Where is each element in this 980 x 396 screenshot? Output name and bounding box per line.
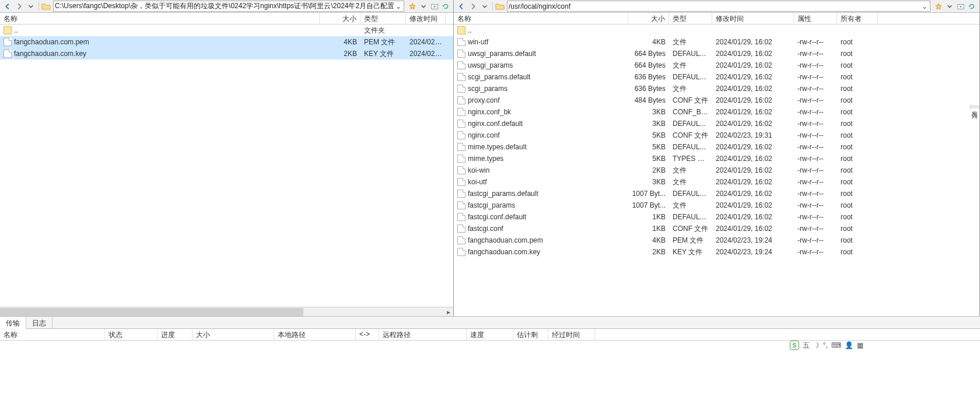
col-owner[interactable]: 所有者 [837, 13, 878, 24]
list-item[interactable]: mime.types.default5KBDEFAULT ...2024/01/… [454, 141, 979, 153]
cell-mtime: 2024/01/29, 16:02 [712, 38, 794, 46]
local-path-combo[interactable]: ⌄ [53, 1, 404, 12]
list-item[interactable]: scgi_params636 Bytes文件2024/01/29, 16:02-… [454, 83, 979, 94]
tab-transfer[interactable]: 传输 [0, 317, 26, 329]
local-listing[interactable]: ..文件夹fangchaoduan.com.pem4KBPEM 文件2024/0… [0, 24, 453, 307]
cell-owner: root [837, 143, 878, 151]
cell-mtime: 2024/01/29, 16:02 [712, 85, 794, 93]
cell-name: scgi_params.default [454, 73, 628, 81]
local-path-input[interactable] [55, 2, 394, 10]
refresh-button[interactable] [967, 1, 977, 12]
side-strip[interactable]: 另存为 [970, 105, 979, 108]
scroll-right-button[interactable]: ▸ [444, 307, 453, 316]
qcol-size[interactable]: 大小 [192, 329, 274, 340]
col-name[interactable]: 名称 [454, 13, 628, 24]
list-item[interactable]: proxy.conf484 BytesCONF 文件2024/01/29, 16… [454, 94, 979, 106]
cell-owner: root [837, 73, 878, 81]
local-toolbar: ⌄ [0, 0, 453, 13]
list-item[interactable]: uwsgi_params.default664 BytesDEFAULT ...… [454, 48, 979, 59]
cell-type: DEFAULT ... [669, 120, 712, 128]
cell-size: 3KB [628, 178, 669, 186]
cell-owner: root [837, 120, 878, 128]
qcol-dir[interactable]: <-> [356, 329, 379, 340]
fav-dropdown-button[interactable] [418, 1, 429, 12]
col-name[interactable]: 名称 [0, 13, 320, 24]
cell-size: 664 Bytes [628, 61, 669, 69]
col-type[interactable]: 类型 [360, 13, 406, 24]
list-item[interactable]: ..文件夹 [0, 24, 453, 36]
cell-attr: -rw-r--r-- [794, 201, 837, 209]
qcol-progress[interactable]: 进度 [158, 329, 192, 340]
cell-attr: -rw-r--r-- [794, 155, 837, 163]
forward-button[interactable] [14, 1, 24, 12]
list-item[interactable]: fastcgi_params1007 Byt...文件2024/01/29, 1… [454, 199, 979, 211]
remote-listing[interactable]: ..win-utf4KB文件2024/01/29, 16:02-rw-r--r-… [454, 24, 979, 316]
cell-mtime: 2024/02/08, [406, 38, 446, 46]
cell-owner: root [837, 225, 878, 233]
list-item[interactable]: koi-win2KB文件2024/01/29, 16:02-rw-r--r--r… [454, 164, 979, 176]
list-item[interactable]: .. [454, 24, 979, 36]
remote-path-combo[interactable]: ⌄ [507, 1, 930, 12]
col-attr[interactable]: 属性 [794, 13, 837, 24]
qcol-status[interactable]: 状态 [105, 329, 158, 340]
cell-size: 1KB [628, 225, 669, 233]
list-item[interactable]: fangchaoduan.com.key2KBKEY 文件2024/02/08, [0, 48, 453, 59]
list-item[interactable]: koi-utf3KB文件2024/01/29, 16:02-rw-r--r--r… [454, 176, 979, 188]
favorites-button[interactable] [407, 1, 418, 12]
cell-owner: root [837, 201, 878, 209]
qcol-remote[interactable]: 远程路径 [379, 329, 467, 340]
col-size[interactable]: 大小 [320, 13, 360, 24]
qcol-local[interactable]: 本地路径 [274, 329, 356, 340]
list-item[interactable]: nginx.conf_bk3KBCONF_BK...2024/01/29, 16… [454, 106, 979, 118]
new-folder-button[interactable] [956, 1, 966, 12]
chevron-down-icon[interactable]: ⌄ [921, 2, 929, 10]
list-item[interactable]: fastcgi_params.default1007 Byt...DEFAULT… [454, 188, 979, 199]
list-item[interactable]: fastcgi.conf.default1KBDEFAULT ...2024/0… [454, 211, 979, 223]
list-item[interactable]: scgi_params.default636 BytesDEFAULT ...2… [454, 71, 979, 83]
local-h-scrollbar[interactable]: ▸ [0, 307, 453, 316]
list-item[interactable]: win-utf4KB文件2024/01/29, 16:02-rw-r--r--r… [454, 36, 979, 48]
list-item[interactable]: fangchaoduan.com.pem4KBPEM 文件2024/02/23,… [454, 234, 979, 246]
scrollbar-thumb[interactable] [0, 308, 303, 316]
favorites-button[interactable] [933, 1, 944, 12]
history-dropdown-button[interactable] [480, 1, 490, 12]
list-item[interactable]: nginx.conf.default3KBDEFAULT ...2024/01/… [454, 118, 979, 129]
qcol-speed[interactable]: 速度 [467, 329, 513, 340]
back-button[interactable] [2, 1, 13, 12]
cell-mtime: 2024/02/23, 19:31 [712, 131, 794, 139]
folder-icon [4, 26, 12, 34]
queue-body[interactable] [0, 341, 980, 396]
cell-mtime: 2024/01/29, 16:02 [712, 178, 794, 186]
list-item[interactable]: mime.types5KBTYPES 文件2024/01/29, 16:02-r… [454, 153, 979, 164]
list-item[interactable]: uwsgi_params664 Bytes文件2024/01/29, 16:02… [454, 59, 979, 71]
qcol-eta[interactable]: 估计剩余... [513, 329, 548, 340]
fav-dropdown-button[interactable] [944, 1, 955, 12]
col-mtime[interactable]: 修改时间 [712, 13, 794, 24]
new-folder-button[interactable] [429, 1, 440, 12]
col-size[interactable]: 大小 [628, 13, 669, 24]
back-button[interactable] [456, 1, 467, 12]
qcol-name[interactable]: 名称 [0, 329, 105, 340]
cell-size: 4KB [628, 38, 669, 46]
chevron-down-icon[interactable]: ⌄ [394, 2, 402, 10]
cell-attr: -rw-r--r-- [794, 236, 837, 244]
history-dropdown-button[interactable] [26, 1, 36, 12]
col-type[interactable]: 类型 [669, 13, 712, 24]
cell-mtime: 2024/01/29, 16:02 [712, 50, 794, 58]
list-item[interactable]: nginx.conf5KBCONF 文件2024/02/23, 19:31-rw… [454, 129, 979, 141]
forward-button[interactable] [468, 1, 478, 12]
list-item[interactable]: fangchaoduan.com.key2KBKEY 文件2024/02/23,… [454, 246, 979, 258]
remote-path-input[interactable] [509, 2, 921, 10]
file-icon [4, 50, 12, 58]
cell-size: 3KB [628, 120, 669, 128]
cell-name: nginx.conf [454, 131, 628, 139]
qcol-elapsed[interactable]: 经过时间 [548, 329, 595, 340]
list-item[interactable]: fastcgi.conf1KBCONF 文件2024/01/29, 16:02-… [454, 223, 979, 234]
col-mtime[interactable]: 修改时间 [406, 13, 446, 24]
list-item[interactable]: fangchaoduan.com.pem4KBPEM 文件2024/02/08, [0, 36, 453, 48]
cell-name: fangchaoduan.com.pem [454, 236, 628, 244]
tab-log[interactable]: 日志 [26, 317, 52, 328]
cell-type: CONF 文件 [669, 224, 712, 234]
refresh-button[interactable] [440, 1, 451, 12]
cell-size: 636 Bytes [628, 73, 669, 81]
